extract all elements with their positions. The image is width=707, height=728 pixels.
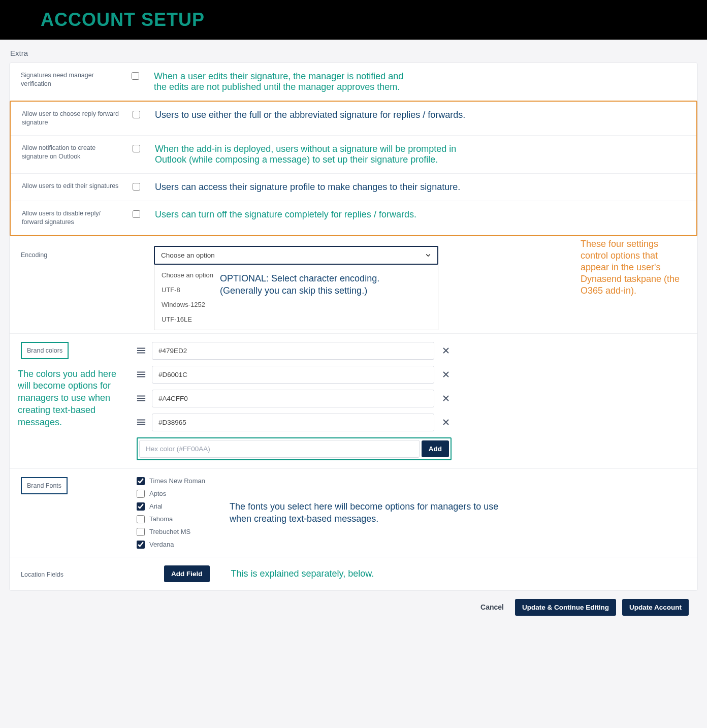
drag-handle-icon[interactable]	[137, 371, 146, 378]
add-color-wrap: Add	[137, 437, 452, 460]
row-outlook-notify: Allow notification to create signature o…	[11, 136, 696, 174]
row-brand-colors: Brand colors The colors you add here wil…	[10, 334, 697, 469]
color-item	[137, 390, 452, 407]
font-item[interactable]: Times New Roman	[137, 477, 205, 485]
update-account-button[interactable]: Update Account	[622, 599, 689, 616]
font-name: Verdana	[149, 541, 174, 548]
add-color-button[interactable]: Add	[422, 440, 449, 457]
delete-color-icon[interactable]	[440, 369, 452, 380]
font-name: Aptos	[149, 490, 166, 497]
checkbox-outlook-notify[interactable]	[133, 145, 140, 152]
encoding-select[interactable]: Choose an option	[154, 246, 438, 265]
page-title: ACCOUNT SETUP	[41, 9, 707, 30]
font-name: Arial	[149, 502, 163, 510]
orange-callout: These four settings control options that…	[581, 238, 687, 297]
font-checkbox[interactable]	[137, 541, 145, 549]
font-item[interactable]: Tahoma	[137, 515, 205, 523]
checkbox-disable-reply[interactable]	[133, 210, 140, 218]
chevron-down-icon	[425, 252, 431, 258]
label-edit-sig: Allow users to edit their signatures	[22, 182, 128, 191]
row-disable-reply: Allow users to disable reply/ forward si…	[11, 201, 696, 235]
color-input[interactable]	[152, 390, 434, 407]
label-brand-colors: Brand colors	[21, 342, 69, 359]
add-color-input[interactable]	[139, 440, 420, 458]
row-brand-fonts: Brand Fonts Times New Roman Aptos Arial	[10, 469, 697, 557]
font-checkbox[interactable]	[137, 528, 145, 536]
section-label: Extra	[10, 49, 698, 57]
update-continue-button[interactable]: Update & Continue Editing	[515, 599, 616, 616]
font-item[interactable]: Verdana	[137, 541, 205, 549]
brand-colors-list: Add	[137, 342, 452, 460]
color-item	[137, 366, 452, 384]
encoding-selected-value: Choose an option	[161, 251, 215, 259]
desc-sig-verify: When a user edits their signature, the m…	[154, 71, 686, 92]
color-input[interactable]	[152, 342, 434, 360]
desc-outlook-notify: When the add-in is deployed, users witho…	[155, 144, 685, 165]
checkbox-reply-sig[interactable]	[133, 111, 140, 118]
font-name: Tahoma	[149, 515, 173, 523]
label-brand-fonts: Brand Fonts	[21, 477, 68, 494]
desc-edit-sig: Users can access their signature profile…	[155, 182, 685, 193]
font-item[interactable]: Arial	[137, 502, 205, 511]
label-outlook-notify: Allow notification to create signature o…	[22, 144, 128, 161]
row-location-fields: Location Fields Add Field This is explai…	[10, 557, 697, 590]
color-input[interactable]	[152, 414, 434, 431]
drag-handle-icon[interactable]	[137, 419, 146, 426]
encoding-dropdown: Choose an option UTF-8 Windows-1252 UTF-…	[154, 265, 438, 330]
footer-actions: Cancel Update & Continue Editing Update …	[9, 591, 698, 621]
label-disable-reply: Allow users to disable reply/ forward si…	[22, 209, 128, 227]
help-brand-colors: The colors you add here will become opti…	[18, 368, 127, 429]
drag-handle-icon[interactable]	[137, 347, 146, 354]
encoding-select-wrap: Choose an option Choose an option UTF-8 …	[154, 246, 438, 330]
drag-handle-icon[interactable]	[137, 395, 146, 402]
label-location-fields: Location Fields	[21, 565, 127, 579]
color-input[interactable]	[152, 366, 434, 384]
page-body: Extra Signatures need manager verificati…	[0, 40, 707, 630]
help-brand-fonts: The fonts you select here will become op…	[230, 500, 514, 525]
label-encoding: Encoding	[21, 246, 127, 260]
cancel-button[interactable]: Cancel	[475, 599, 509, 615]
font-name: Times New Roman	[149, 477, 205, 485]
row-sig-verify: Signatures need manager verification Whe…	[10, 63, 697, 101]
desc-reply-sig: Users to use either the full or the abbr…	[155, 110, 685, 120]
help-location-fields: This is explained separately, below.	[231, 568, 374, 579]
encoding-option[interactable]: UTF-16LE	[154, 312, 438, 327]
add-field-button[interactable]: Add Field	[164, 565, 210, 582]
font-name: Trebuchet MS	[149, 528, 190, 535]
row-reply-sig: Allow user to choose reply forward signa…	[11, 102, 696, 136]
color-item	[137, 342, 452, 360]
app-header: ACCOUNT SETUP	[0, 0, 707, 40]
encoding-option[interactable]: Windows-1252	[154, 297, 438, 312]
desc-disable-reply: Users can turn off the signature complet…	[155, 209, 685, 220]
font-checkbox[interactable]	[137, 490, 145, 498]
label-sig-verify: Signatures need manager verification	[21, 71, 127, 88]
brand-colors-left: Brand colors The colors you add here wil…	[21, 342, 127, 429]
encoding-option[interactable]: UTF-8	[154, 282, 438, 297]
font-checkbox[interactable]	[137, 515, 145, 523]
delete-color-icon[interactable]	[440, 393, 452, 404]
font-checkbox[interactable]	[137, 502, 145, 511]
color-item	[137, 414, 452, 431]
brand-fonts-list: Times New Roman Aptos Arial Tahoma Trebu…	[137, 477, 205, 549]
font-item[interactable]: Trebuchet MS	[137, 528, 205, 536]
delete-color-icon[interactable]	[440, 345, 452, 356]
checkbox-sig-verify[interactable]	[132, 72, 139, 80]
encoding-option[interactable]: Choose an option	[154, 268, 438, 282]
taskpane-settings-group: Allow user to choose reply forward signa…	[10, 101, 697, 236]
brand-fonts-left: Brand Fonts	[21, 477, 127, 498]
font-item[interactable]: Aptos	[137, 490, 205, 498]
row-edit-sig: Allow users to edit their signatures Use…	[11, 174, 696, 201]
checkbox-edit-sig[interactable]	[133, 183, 140, 191]
settings-card: Signatures need manager verification Whe…	[9, 62, 698, 591]
font-checkbox[interactable]	[137, 477, 145, 485]
delete-color-icon[interactable]	[440, 417, 452, 428]
label-reply-sig: Allow user to choose reply forward signa…	[22, 110, 128, 127]
